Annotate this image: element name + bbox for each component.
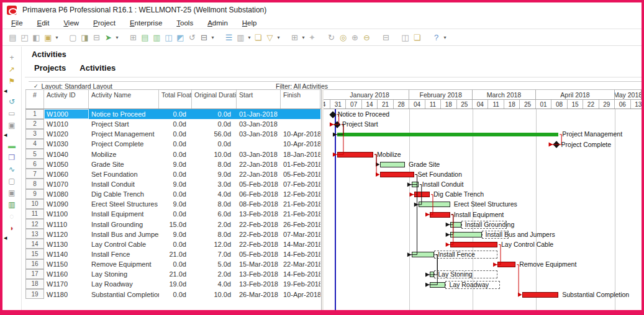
menu-item-view[interactable]: View — [63, 19, 79, 27]
column-header-activity-name[interactable]: Activity Name — [89, 90, 159, 109]
menu-item-enterprise[interactable]: Enterprise — [130, 19, 162, 27]
cell-activity-name[interactable]: Project Complete — [89, 139, 159, 149]
cell-finish[interactable]: 10-Apr-2018 — [281, 139, 320, 149]
cell-total-float[interactable]: 0.0d — [159, 259, 192, 269]
undo-icon[interactable]: ↺ — [2, 95, 21, 107]
cell-activity-id[interactable]: W1130 — [44, 239, 89, 249]
activity-network-icon[interactable]: ⊟ — [198, 32, 210, 43]
tab-activities[interactable]: Activities — [79, 63, 116, 73]
column-header-start[interactable]: Start — [237, 90, 281, 109]
table-row[interactable]: 10W1090Erect Steel Structures9.0d8.0d08-… — [25, 199, 321, 209]
cell--[interactable]: 18 — [25, 279, 44, 289]
dropdown-caret-icon[interactable]: ▾ — [54, 35, 60, 40]
cell-activity-id[interactable]: W1080 — [44, 189, 89, 199]
cell-total-float[interactable]: 19.0d — [159, 279, 192, 289]
cell--[interactable]: 2 — [25, 119, 44, 129]
table-row[interactable]: 11W1100Install Equipment0.0d6.0d13-Feb-2… — [25, 209, 321, 219]
roles-icon[interactable]: ❒ — [2, 151, 21, 163]
cell-original-duration[interactable]: 10.0d — [192, 149, 237, 159]
cell-activity-id[interactable]: W1020 — [44, 129, 89, 139]
cell-total-float[interactable]: 0.0d — [159, 239, 192, 249]
menu-item-help[interactable]: Help — [242, 19, 257, 27]
cell-finish[interactable] — [281, 119, 320, 129]
add-activity-icon[interactable]: ⊞ — [127, 32, 139, 43]
column-header-activity-id[interactable]: Activity ID — [44, 90, 89, 109]
cell-finish[interactable]: 05-Feb-2018 — [281, 169, 320, 179]
cell-original-duration[interactable]: 2.0d — [192, 220, 237, 229]
zoom-in-icon[interactable]: ⊕ — [349, 32, 361, 43]
trace-logic-icon[interactable]: ↺ — [186, 32, 198, 43]
cell--[interactable]: 7 — [25, 169, 44, 179]
cell-start[interactable]: 26-Mar-2018 — [237, 290, 281, 299]
column-header-finish[interactable]: Finish — [281, 90, 320, 109]
cell-activity-name[interactable]: Dig Cable Trench — [89, 189, 159, 199]
cell-activity-id[interactable]: W1090 — [44, 199, 89, 209]
table-row[interactable]: 12W1110Install Grounding15.0d2.0d22-Feb-… — [25, 220, 321, 229]
cell-original-duration[interactable]: 8.0d — [192, 229, 237, 239]
cell-activity-id[interactable]: W1170 — [44, 279, 89, 289]
cell-activity-name[interactable]: Grade Site — [89, 159, 159, 169]
cell--[interactable]: 1 — [25, 109, 44, 119]
resource-usage-icon[interactable]: ▥ — [151, 32, 163, 43]
cell-activity-name[interactable]: Substantial Completion — [89, 290, 159, 299]
table-row[interactable]: 1W1000Notice to Proceed0.0d0.0d01-Jan-20… — [25, 109, 321, 119]
cell-activity-id[interactable]: W1060 — [44, 169, 89, 179]
cell-start[interactable]: 03-Jan-2018 — [237, 149, 281, 159]
cell-total-float[interactable]: 9.0d — [159, 179, 192, 189]
cell-finish[interactable] — [281, 109, 320, 119]
cell-start[interactable]: 06-Feb-2018 — [237, 189, 281, 199]
bookmark-icon[interactable]: ⚑ — [2, 75, 21, 87]
cell-activity-name[interactable]: Mobilize — [89, 149, 159, 159]
table-row[interactable]: 19W1180Substantial Completion0.0d10.0d26… — [25, 290, 321, 299]
cell-activity-id[interactable]: W1150 — [44, 259, 89, 269]
screen-capture-icon[interactable]: ▣ — [42, 32, 54, 43]
cell--[interactable]: 3 — [25, 129, 44, 139]
dropdown-caret-icon[interactable]: ▾ — [247, 35, 252, 40]
cell-activity-id[interactable]: W1000 — [44, 109, 89, 119]
cell-total-float[interactable]: 21.0d — [159, 249, 192, 259]
cell-total-float[interactable]: 0.0d — [159, 149, 192, 159]
cell-start[interactable]: 22-Jan-2018 — [237, 159, 281, 169]
tab-projects[interactable]: Projects — [34, 63, 66, 73]
dropdown-caret-icon[interactable]: ▾ — [114, 35, 120, 40]
cell-total-float[interactable]: 0.0d — [159, 129, 192, 139]
table-row[interactable]: 18W1170Lay Roadway19.0d4.0d13-Feb-201819… — [25, 279, 321, 289]
cell-start[interactable]: 22-Jan-2018 — [237, 169, 281, 179]
cell--[interactable]: 8 — [25, 179, 44, 189]
cell-finish[interactable]: 10-Apr-2018 — [281, 290, 320, 299]
cell-total-float[interactable]: 0.0d — [159, 109, 192, 119]
cell-finish[interactable]: 19-Feb-2018 — [281, 279, 320, 289]
cell-finish[interactable]: 21-Feb-2018 — [281, 199, 320, 209]
menu-item-edit[interactable]: Edit — [37, 19, 50, 27]
schedule-run-icon[interactable]: ➤ — [102, 32, 114, 43]
layout-options-bar[interactable]: ✓ Layout: Standard Layout Filter: All Ac… — [29, 81, 642, 90]
cell-finish[interactable]: 18-Jan-2018 — [281, 149, 320, 159]
cell-start[interactable]: 22-Feb-2018 — [237, 220, 281, 229]
cell-activity-name[interactable]: Set Foundation — [89, 169, 159, 179]
cell-original-duration[interactable]: 9.0d — [192, 169, 237, 179]
cell-original-duration[interactable]: 0.0d — [192, 119, 237, 129]
cell-start[interactable]: 15-Mar-2018 — [237, 259, 281, 269]
cell-finish[interactable]: 07-Mar-2018 — [281, 229, 320, 239]
columns-icon[interactable]: ▥ — [235, 32, 247, 43]
activity-usage-profile-icon[interactable]: ◩ — [175, 32, 186, 43]
cell-start[interactable]: 22-Feb-2018 — [237, 229, 281, 239]
table-row[interactable]: 2W1010Project Start0.0d0.0d03-Jan-2018 — [25, 119, 321, 129]
split-vertical-icon[interactable]: ◫ — [399, 32, 411, 43]
cell-activity-id[interactable]: W1160 — [44, 269, 89, 279]
cell-start[interactable]: 05-Feb-2018 — [237, 179, 281, 189]
cell-finish[interactable]: 14-Feb-2018 — [281, 249, 320, 259]
cell-activity-name[interactable]: Lay Roadway — [89, 279, 159, 289]
cell-finish[interactable]: 07-Feb-2018 — [281, 179, 320, 189]
cell-start[interactable]: 13-Feb-2018 — [237, 269, 281, 279]
cell-activity-name[interactable]: Install Conduit — [89, 179, 159, 189]
cell-original-duration[interactable]: 2.0d — [192, 269, 237, 279]
table-row[interactable]: 16W1150Remove Equipment0.0d5.0d15-Mar-20… — [25, 259, 321, 269]
group-collapse-icon[interactable]: ◀ — [2, 131, 21, 140]
cell-activity-name[interactable]: Project Management — [89, 129, 159, 139]
cell--[interactable]: 17 — [25, 269, 44, 279]
cell-start[interactable]: 22-Feb-2018 — [237, 239, 281, 249]
help-icon[interactable]: ? — [430, 32, 442, 43]
menu-item-admin[interactable]: Admin — [207, 19, 228, 27]
table-row[interactable]: 7W1060Set Foundation0.0d9.0d22-Jan-20180… — [25, 169, 321, 179]
